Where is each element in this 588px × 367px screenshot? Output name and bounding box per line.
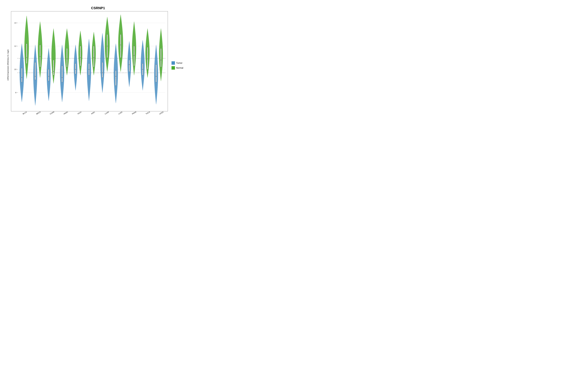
- svg-rect-701: [116, 65, 116, 65]
- svg-rect-458: [81, 53, 81, 54]
- svg-rect-1010: [160, 68, 161, 68]
- svg-rect-968: [156, 89, 156, 89]
- svg-rect-909: [147, 72, 147, 73]
- svg-rect-979: [157, 72, 157, 72]
- svg-rect-260: [54, 67, 54, 68]
- svg-rect-503: [90, 77, 90, 77]
- svg-rect-234: [50, 63, 50, 63]
- svg-rect-372: [66, 45, 66, 45]
- svg-rect-1034: [160, 42, 160, 43]
- svg-rect-952: [147, 30, 147, 30]
- svg-rect-488: [89, 100, 89, 101]
- svg-rect-690: [116, 82, 116, 82]
- svg-rect-92: [26, 35, 26, 35]
- svg-rect-529: [94, 74, 94, 74]
- svg-rect-972: [156, 83, 156, 83]
- svg-rect-950: [147, 32, 147, 32]
- svg-rect-1047: [161, 29, 161, 29]
- svg-rect-304: [62, 96, 62, 96]
- svg-rect-563: [93, 44, 93, 44]
- legend-box-normal: [172, 66, 175, 70]
- svg-rect-752: [121, 30, 121, 30]
- svg-rect-844: [134, 38, 134, 38]
- svg-rect-594: [104, 74, 104, 75]
- svg-rect-818: [134, 66, 134, 67]
- svg-rect-404: [75, 79, 75, 79]
- svg-rect-772: [129, 84, 130, 84]
- svg-rect-575: [94, 34, 94, 34]
- svg-rect-764: [121, 16, 121, 16]
- svg-rect-59: [26, 77, 27, 77]
- svg-rect-403: [76, 80, 76, 80]
- svg-rect-528: [94, 75, 94, 75]
- svg-rect-442: [80, 68, 80, 68]
- svg-rect-932: [146, 50, 147, 50]
- svg-rect-373: [68, 44, 68, 44]
- svg-rect-491: [89, 96, 89, 96]
- svg-rect-717: [121, 70, 121, 71]
- svg-rect-628: [107, 65, 107, 65]
- svg-rect-81: [27, 49, 28, 49]
- svg-rect-250: [53, 79, 53, 79]
- svg-rect-1039: [161, 37, 161, 37]
- svg-rect-814: [134, 71, 134, 71]
- svg-rect-524: [89, 44, 89, 44]
- svg-rect-137: [35, 67, 35, 67]
- svg-rect-711: [116, 50, 116, 50]
- svg-rect-169: [39, 58, 39, 58]
- svg-rect-429: [76, 50, 76, 50]
- svg-rect-341: [67, 74, 67, 74]
- svg-rect-942: [148, 40, 148, 40]
- svg-rect-320: [61, 73, 62, 73]
- svg-rect-940: [147, 42, 148, 42]
- svg-rect-525: [89, 42, 89, 42]
- svg-rect-31: [22, 83, 22, 83]
- svg-rect-486: [94, 46, 94, 67]
- svg-rect-117: [35, 98, 36, 98]
- svg-rect-800: [129, 52, 129, 52]
- svg-rect-966: [156, 92, 156, 92]
- svg-rect-603: [102, 60, 102, 61]
- svg-rect-394: [75, 90, 76, 90]
- svg-rect-989: [156, 57, 156, 57]
- svg-rect-171: [40, 56, 40, 56]
- svg-rect-829: [135, 54, 135, 55]
- svg-rect-938: [147, 43, 148, 44]
- svg-rect-1007: [161, 71, 162, 71]
- svg-rect-150: [35, 46, 35, 47]
- svg-rect-190: [41, 34, 41, 34]
- svg-rect-68: [27, 66, 27, 66]
- svg-rect-138: [36, 65, 36, 65]
- svg-rect-798: [129, 54, 129, 54]
- svg-rect-77: [27, 54, 27, 54]
- svg-rect-430: [76, 48, 76, 49]
- svg-rect-224: [50, 76, 50, 77]
- svg-rect-358: [67, 58, 67, 58]
- svg-rect-554: [94, 52, 94, 52]
- svg-rect-48: [22, 57, 22, 57]
- svg-rect-165: [39, 63, 40, 63]
- svg-rect-294: [53, 30, 54, 30]
- svg-rect-446: [80, 64, 81, 65]
- svg-rect-178: [40, 48, 41, 48]
- svg-rect-269: [53, 58, 53, 58]
- svg-rect-289: [53, 35, 53, 35]
- svg-rect-922: [146, 59, 147, 60]
- svg-text:12: 12: [14, 45, 16, 47]
- svg-rect-143: [35, 57, 35, 58]
- svg-rect-133: [35, 73, 35, 73]
- svg-rect-723: [120, 63, 121, 64]
- svg-rect-148: [35, 50, 35, 50]
- svg-rect-549: [95, 57, 95, 57]
- svg-rect-802: [130, 50, 130, 50]
- svg-rect-417: [75, 63, 75, 64]
- svg-rect-382: [67, 35, 68, 35]
- svg-rect-21: [22, 97, 22, 98]
- svg-rect-830: [133, 53, 133, 53]
- svg-rect-994: [156, 50, 156, 50]
- svg-rect-640: [106, 51, 106, 52]
- svg-rect-74: [26, 58, 26, 58]
- svg-rect-996: [156, 46, 156, 47]
- svg-rect-336: [62, 49, 62, 50]
- svg-rect-58: [26, 79, 27, 79]
